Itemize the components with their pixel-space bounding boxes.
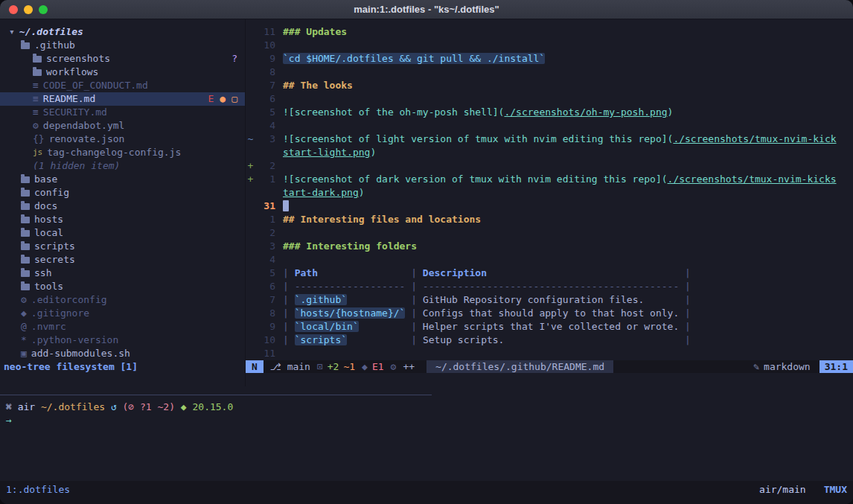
folder-icon	[33, 56, 42, 63]
line-content[interactable]: | `local/bin` | Helper scripts that I've…	[283, 320, 853, 334]
line-content[interactable]: tart-dark.png)	[283, 186, 853, 200]
line-content[interactable]: | Path | Description |	[283, 267, 853, 280]
folder-icon	[33, 69, 42, 76]
editor-line: 9`cd $HOME/.dotfiles && git pull && ./in…	[246, 52, 853, 66]
line-number: 1	[255, 173, 275, 186]
heading-text: ### Updates	[283, 26, 347, 37]
line-content[interactable]: start-light.png)	[283, 146, 853, 159]
line-content[interactable]	[283, 39, 853, 52]
git-status: (⊘ ?1 ~2)	[123, 401, 181, 412]
minimize-button[interactable]	[24, 5, 33, 14]
line-number: 4	[255, 119, 275, 133]
tree-item-1-hidden-item[interactable]: (1 hidden item)	[0, 159, 245, 173]
tree-item-code-of-conduct-md[interactable]: ≡CODE_OF_CONDUCT.md	[0, 79, 245, 92]
line-content[interactable]: | `.github` | GitHub Repository configur…	[283, 293, 853, 307]
table-header-text: Description	[423, 267, 487, 278]
tree-item-label: renovate.json	[49, 133, 125, 146]
markdown-link[interactable]: tart-dark.png	[283, 187, 359, 198]
line-content[interactable]: ### Updates	[283, 25, 853, 39]
editor-line: 7| `.github` | GitHub Repository configu…	[246, 293, 853, 307]
tree-item-base[interactable]: base	[0, 173, 245, 186]
spacer	[359, 321, 406, 332]
gutter-sign: ~	[246, 133, 255, 146]
tree-item-docs[interactable]: docs	[0, 200, 245, 213]
gear-icon: ⚙	[391, 361, 397, 372]
line-content[interactable]: ![screenshot of dark version of tmux wit…	[283, 173, 853, 186]
gutter-sign	[246, 39, 255, 52]
tree-item-label: hosts	[34, 213, 63, 226]
table-punctuation: |	[405, 267, 422, 278]
table-punctuation: |	[405, 321, 422, 332]
table-punctuation: |	[679, 334, 691, 345]
markdown-icon: ≡	[33, 106, 39, 119]
line-number: 2	[255, 159, 275, 173]
json-icon: {}	[33, 133, 45, 146]
folder-icon	[21, 217, 30, 223]
line-content[interactable]	[283, 92, 853, 106]
folder-icon	[21, 257, 30, 264]
tree-item-editorconfig[interactable]: ⚙.editorconfig	[0, 293, 245, 307]
tree-item-tag-changelog-config-js[interactable]: jstag-changelog-config.js	[0, 146, 245, 159]
line-content[interactable]	[283, 159, 853, 173]
tree-item-nvmrc[interactable]: @.nvmrc	[0, 320, 245, 334]
tree-item-dependabot-yml[interactable]: ⚙dependabot.yml	[0, 119, 245, 133]
tree-item-dotfiles[interactable]: ▾~/.dotfiles	[0, 25, 245, 39]
editor-line: 7## The looks	[246, 79, 853, 92]
tree-item-hosts[interactable]: hosts	[0, 213, 245, 226]
tree-item-local[interactable]: local	[0, 226, 245, 240]
line-content[interactable]	[283, 226, 853, 240]
tree-item-scripts[interactable]: scripts	[0, 240, 245, 253]
error-badge: E	[208, 92, 214, 106]
tree-item-screenshots[interactable]: screenshots?	[0, 52, 245, 66]
tmux-window-label[interactable]: 1:.dotfiles	[6, 483, 70, 497]
tree-item-security-md[interactable]: ≡SECURITY.md	[0, 106, 245, 119]
line-content[interactable]	[283, 200, 853, 213]
markdown-link[interactable]: ./screenshots/oh-my-posh.png	[504, 106, 667, 118]
markdown-link[interactable]: start-light.png	[283, 147, 370, 158]
tree-item-github[interactable]: .github	[0, 39, 245, 52]
line-number	[255, 186, 275, 200]
line-content[interactable]: ## Interesting files and locations	[283, 213, 853, 226]
sync-icon: ↺	[111, 401, 123, 412]
tree-item-gitignore[interactable]: ◆.gitignore	[0, 307, 245, 320]
line-content[interactable]: ![screenshot of light version of tmux wi…	[283, 133, 853, 146]
table-punctuation: -------------------	[295, 281, 406, 292]
tree-item-workflows[interactable]: workflows	[0, 66, 245, 79]
line-content[interactable]	[283, 347, 853, 360]
line-content[interactable]: ![screenshot of the oh-my-posh shell](./…	[283, 106, 853, 119]
editor-lines: 11### Updates109`cd $HOME/.dotfiles && g…	[246, 19, 853, 360]
line-content[interactable]: | `scripts` | Setup scripts. |	[283, 334, 853, 347]
zoom-button[interactable]	[39, 5, 48, 14]
gutter-sign	[246, 213, 255, 226]
tree-item-renovate-json[interactable]: {}renovate.json	[0, 133, 245, 146]
line-number: 4	[255, 253, 275, 267]
shell-prompt: ⌘ air ~/.dotfiles ↺ (⊘ ?1 ~2) ◆ 20.15.0	[0, 401, 853, 414]
line-number: 9	[255, 320, 275, 334]
line-content[interactable]: | ------------------- | ----------------…	[283, 280, 853, 293]
tree-item-add-submodules-sh[interactable]: ▣add-submodules.sh	[0, 347, 245, 360]
tree-item-python-version[interactable]: *.python-version	[0, 334, 245, 347]
tree-item-readme-md[interactable]: ≡README.mdE●▢	[0, 92, 245, 106]
markdown-link[interactable]: ./screenshots/tmux-nvim-kicks	[668, 173, 837, 185]
markdown-link[interactable]: ./screenshots/tmux-nvim-kick	[673, 133, 836, 144]
close-button[interactable]	[9, 5, 18, 14]
line-number: 5	[255, 267, 275, 280]
line-content[interactable]: | `hosts/{hostname}/` | Configs that sho…	[283, 307, 853, 320]
inline-code: `local/bin`	[295, 321, 359, 332]
tmux-pane-border[interactable]	[0, 395, 432, 395]
prompt-arrow[interactable]: →	[0, 414, 853, 427]
tree-item-tools[interactable]: tools	[0, 280, 245, 293]
line-content[interactable]	[283, 253, 853, 267]
line-content[interactable]	[283, 119, 853, 133]
line-content[interactable]: ### Interesting folders	[283, 240, 853, 253]
editor-line: +1![screenshot of dark version of tmux w…	[246, 173, 853, 186]
editor-line: +2	[246, 159, 853, 173]
line-content[interactable]: `cd $HOME/.dotfiles && git pull && ./ins…	[283, 52, 853, 66]
editor-line: 8	[246, 66, 853, 79]
tree-item-secrets[interactable]: secrets	[0, 253, 245, 267]
line-content[interactable]	[283, 66, 853, 79]
line-number: 31	[255, 200, 275, 213]
tree-item-config[interactable]: config	[0, 186, 245, 200]
tree-item-ssh[interactable]: ssh	[0, 267, 245, 280]
line-content[interactable]: ## The looks	[283, 79, 853, 92]
